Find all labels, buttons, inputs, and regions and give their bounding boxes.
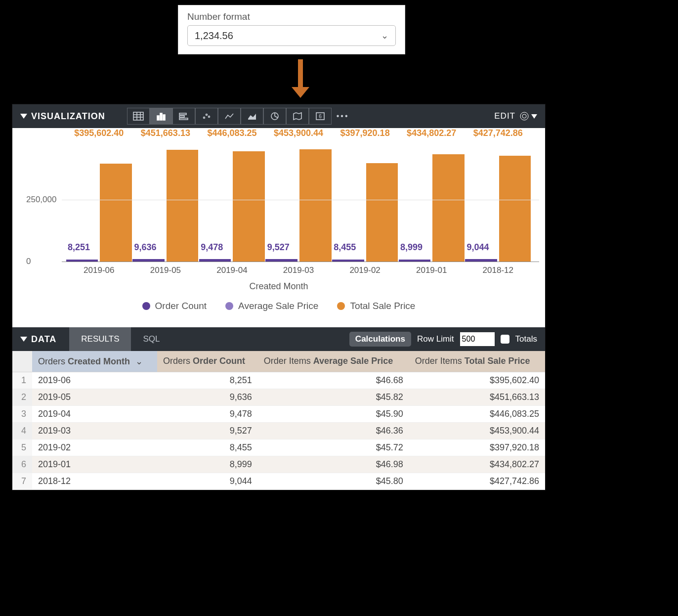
cell-month: 2019-05	[32, 389, 157, 406]
table-row[interactable]: 22019-059,636$45.82$451,663.13	[12, 389, 545, 406]
data-collapse[interactable]: DATA	[20, 334, 56, 345]
number-format-label: Number format	[187, 11, 396, 22]
cell-month: 2019-04	[32, 406, 157, 423]
legend-item[interactable]: Average Sale Price	[225, 301, 318, 311]
cell-total: $453,900.44	[409, 423, 545, 440]
number-format-value: 1,234.56	[195, 30, 233, 42]
cell-total: $427,742.86	[409, 473, 545, 490]
cell-avg: $46.98	[258, 456, 409, 473]
bar-label-total: $395,602.40	[74, 128, 124, 138]
row-limit-label: Row Limit	[417, 334, 454, 344]
cell-rownum: 4	[12, 423, 32, 440]
cell-rownum: 1	[12, 372, 32, 389]
cell-count: 9,044	[157, 473, 258, 490]
x-tick: 2019-03	[265, 262, 332, 275]
table-row[interactable]: 62019-018,999$46.98$434,802.27	[12, 456, 545, 473]
bar-label-total: $446,083.25	[207, 128, 256, 138]
cell-count: 9,527	[157, 423, 258, 440]
bar-label-count: 9,527	[267, 242, 290, 253]
line-chart-icon[interactable]	[218, 108, 241, 125]
svg-point-19	[522, 114, 526, 118]
bar-label-count: 9,044	[466, 242, 489, 253]
legend-item[interactable]: Total Sale Price	[337, 301, 415, 311]
legend-label: Total Sale Price	[350, 301, 415, 311]
bar-chart-icon[interactable]	[172, 108, 195, 125]
bar-total-sale[interactable]	[167, 150, 199, 262]
bar-total-sale[interactable]	[100, 164, 132, 262]
totals-checkbox[interactable]	[501, 335, 509, 344]
bar-total-sale[interactable]	[299, 149, 332, 262]
gear-icon	[519, 111, 529, 121]
main-panel: VISUALIZATION 6 ••• EDIT $395,602.408,25…	[12, 104, 546, 490]
cell-avg: $45.80	[258, 473, 409, 490]
caret-down-icon	[20, 337, 27, 342]
svg-text:6: 6	[319, 114, 322, 119]
legend-label: Average Sale Price	[238, 301, 318, 311]
cell-month: 2019-02	[32, 440, 157, 456]
svg-rect-9	[179, 116, 184, 117]
bar-label-count: 8,455	[334, 242, 356, 253]
legend-swatch-icon	[225, 302, 233, 310]
bar-label-count: 8,999	[400, 242, 423, 253]
bar-label-total: $397,920.18	[340, 128, 390, 138]
column-chart-icon[interactable]	[150, 108, 172, 125]
cell-count: 8,999	[157, 456, 258, 473]
bar-total-sale[interactable]	[432, 154, 465, 262]
cell-avg: $45.72	[258, 440, 409, 456]
legend-item[interactable]: Order Count	[142, 301, 207, 311]
bar-total-sale[interactable]	[233, 151, 265, 262]
table-row[interactable]: 32019-049,478$45.90$446,083.25	[12, 406, 545, 423]
vis-settings-menu[interactable]	[519, 111, 537, 121]
cell-avg: $45.82	[258, 389, 409, 406]
table-row[interactable]: 12019-068,251$46.68$395,602.40	[12, 372, 545, 389]
down-arrow-icon	[292, 59, 309, 98]
table-header-total-sale-price[interactable]: Order Items Total Sale Price	[409, 351, 545, 372]
row-limit-input[interactable]	[460, 332, 495, 346]
totals-label: Totals	[515, 334, 537, 344]
visualization-title: VISUALIZATION	[31, 111, 105, 122]
tab-sql[interactable]: SQL	[131, 327, 171, 351]
number-format-select[interactable]: 1,234.56 ⌄	[187, 25, 396, 46]
scatter-icon[interactable]	[195, 108, 218, 125]
table-header-created-month[interactable]: Orders Created Month ⌄	[32, 351, 157, 372]
svg-rect-7	[163, 115, 165, 120]
bar-label-total: $427,742.86	[473, 128, 523, 138]
x-tick: 2019-01	[398, 262, 465, 275]
legend-label: Order Count	[155, 301, 207, 311]
svg-rect-8	[179, 113, 186, 115]
bar-label-total: $434,802.27	[407, 128, 456, 138]
cell-rownum: 7	[12, 473, 32, 490]
table-icon[interactable]	[127, 108, 150, 125]
tab-results[interactable]: RESULTS	[69, 327, 131, 351]
visualization-collapse[interactable]: VISUALIZATION	[20, 111, 105, 122]
visualization-bar: VISUALIZATION 6 ••• EDIT	[12, 104, 545, 128]
table-row[interactable]: 42019-039,527$46.36$453,900.44	[12, 423, 545, 440]
svg-rect-6	[160, 113, 162, 120]
calculations-button[interactable]: Calculations	[349, 332, 411, 347]
table-header-order-count[interactable]: Orders Order Count	[157, 351, 258, 372]
cell-count: 9,636	[157, 389, 258, 406]
chart-x-label: Created Month	[26, 275, 531, 297]
bar-total-sale[interactable]	[499, 156, 531, 262]
table-header-avg-sale-price[interactable]: Order Items Average Sale Price	[258, 351, 409, 372]
x-tick: 2019-02	[332, 262, 398, 275]
map-icon[interactable]	[286, 108, 309, 125]
bar-label-count: 9,636	[134, 242, 157, 253]
cell-total: $397,920.18	[409, 440, 545, 456]
area-chart-icon[interactable]	[241, 108, 263, 125]
single-value-icon[interactable]: 6	[309, 108, 332, 125]
bar-label-total: $451,663.13	[141, 128, 190, 138]
bar-label-count: 8,251	[68, 242, 90, 253]
table-row[interactable]: 52019-028,455$45.72$397,920.18	[12, 440, 545, 456]
cell-month: 2019-03	[32, 423, 157, 440]
cell-total: $434,802.27	[409, 456, 545, 473]
bar-total-sale[interactable]	[366, 163, 398, 262]
svg-rect-10	[179, 118, 188, 120]
svg-point-12	[206, 114, 207, 116]
cell-rownum: 6	[12, 456, 32, 473]
more-vis-icon[interactable]: •••	[332, 108, 354, 125]
data-title: DATA	[31, 334, 56, 345]
table-row[interactable]: 72018-129,044$45.80$427,742.86	[12, 473, 545, 490]
pie-chart-icon[interactable]	[263, 108, 286, 125]
vis-edit-button[interactable]: EDIT	[494, 111, 515, 121]
